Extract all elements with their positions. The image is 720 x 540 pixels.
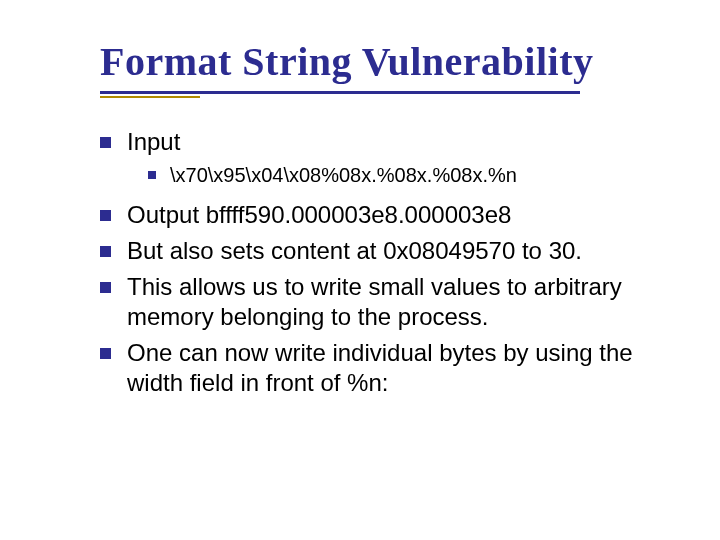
- list-item-text: Input: [127, 127, 660, 157]
- square-bullet-icon: [148, 171, 156, 179]
- square-bullet-icon: [100, 282, 111, 293]
- list-item: But also sets content at 0x08049570 to 3…: [100, 236, 660, 266]
- slide-title: Format String Vulnerability: [100, 38, 660, 85]
- list-item-text: One can now write individual bytes by us…: [127, 338, 660, 398]
- square-bullet-icon: [100, 210, 111, 221]
- list-item-text: Output bffff590.000003e8.000003e8: [127, 200, 660, 230]
- list-item: One can now write individual bytes by us…: [100, 338, 660, 398]
- list-item: Output bffff590.000003e8.000003e8: [100, 200, 660, 230]
- list-item: This allows us to write small values to …: [100, 272, 660, 332]
- list-item-text: This allows us to write small values to …: [127, 272, 660, 332]
- slide: Format String Vulnerability Input \x70\x…: [0, 0, 720, 540]
- sub-list: \x70\x95\x04\x08%08x.%08x.%08x.%n: [148, 163, 660, 188]
- list-item-text: \x70\x95\x04\x08%08x.%08x.%08x.%n: [170, 163, 660, 188]
- list-item-text: But also sets content at 0x08049570 to 3…: [127, 236, 660, 266]
- list-item: \x70\x95\x04\x08%08x.%08x.%08x.%n: [148, 163, 660, 188]
- list-item: Input: [100, 127, 660, 157]
- title-underline: [100, 91, 660, 97]
- square-bullet-icon: [100, 246, 111, 257]
- slide-body: Input \x70\x95\x04\x08%08x.%08x.%08x.%n …: [100, 127, 660, 398]
- square-bullet-icon: [100, 137, 111, 148]
- square-bullet-icon: [100, 348, 111, 359]
